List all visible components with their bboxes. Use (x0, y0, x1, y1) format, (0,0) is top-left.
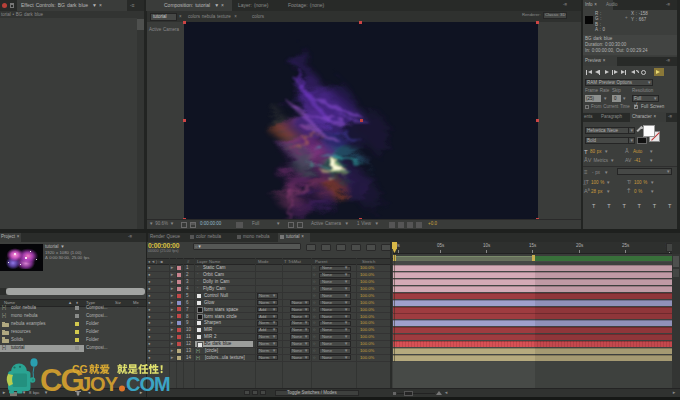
svg-text:COM: COM (126, 373, 170, 395)
svg-text:JOY: JOY (80, 373, 119, 395)
svg-text:CG: CG (72, 363, 88, 375)
